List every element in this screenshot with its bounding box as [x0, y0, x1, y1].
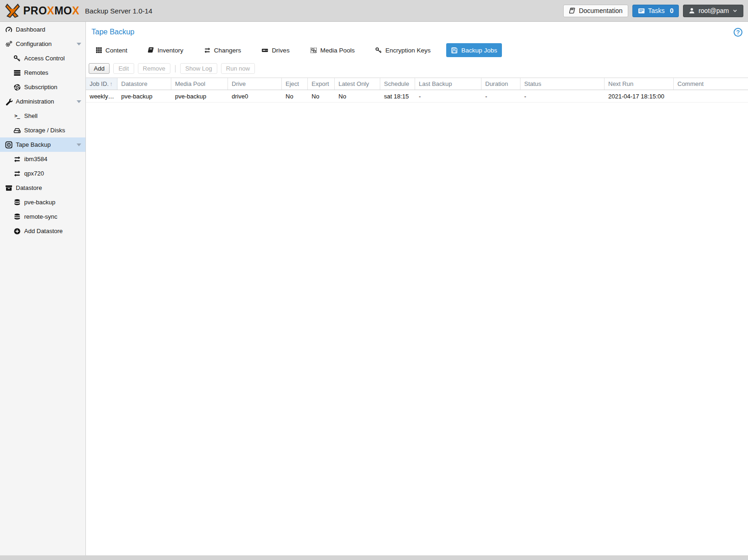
documentation-label: Documentation: [579, 7, 623, 14]
cell-duration: -: [481, 90, 520, 102]
page-title: Tape Backup: [91, 28, 135, 36]
tab-backup-jobs[interactable]: Backup Jobs: [446, 43, 501, 57]
column-header-eject[interactable]: Eject: [282, 78, 308, 90]
column-header-datastore[interactable]: Datastore: [117, 78, 171, 90]
user-menu-button[interactable]: root@pam: [683, 5, 743, 17]
tab-label: Drives: [272, 47, 289, 54]
column-header-media-pool[interactable]: Media Pool: [171, 78, 228, 90]
caret-down-icon[interactable]: [77, 100, 81, 103]
proxmox-logo-icon: [5, 3, 20, 18]
sidebar-item-datastore[interactable]: Datastore: [0, 181, 85, 195]
sidebar-item-tape-backup[interactable]: Tape Backup: [0, 137, 85, 152]
sidebar-item-label: Configuration: [16, 40, 52, 47]
sidebar-item-ibm3584[interactable]: ibm3584: [0, 152, 85, 166]
sidebar-item-label: Datastore: [16, 184, 42, 191]
tab-changers[interactable]: Changers: [199, 43, 246, 57]
column-header-comment[interactable]: Comment: [674, 78, 748, 90]
help-icon[interactable]: ?: [734, 28, 742, 37]
life-ring-icon: [13, 83, 21, 91]
terminal-icon: >_: [13, 112, 21, 120]
hdd-icon: [13, 126, 21, 134]
run-now-button[interactable]: Run now: [221, 63, 255, 74]
tasks-label: Tasks: [648, 7, 665, 14]
app-version-label: Backup Server 1.0-14: [85, 7, 152, 15]
column-header-next-run[interactable]: Next Run: [605, 78, 674, 90]
cell-status: -: [520, 90, 605, 102]
tab-encryption-keys[interactable]: Encryption Keys: [371, 43, 436, 57]
sidebar-item-pve-backup[interactable]: pve-backup: [0, 195, 85, 209]
column-header-job-id[interactable]: Job ID.↑: [86, 78, 117, 90]
sidebar: Dashboard Configuration Acces: [0, 22, 86, 555]
cell-eject: No: [282, 90, 308, 102]
book-icon: [569, 7, 576, 14]
column-header-duration[interactable]: Duration: [481, 78, 520, 90]
tab-label: Media Pools: [320, 47, 355, 54]
exchange-icon: [204, 47, 211, 54]
gauge-icon: [5, 26, 13, 33]
backup-jobs-table: Job ID.↑ Datastore Media Pool Drive Ejec…: [86, 78, 748, 103]
tab-content[interactable]: Content: [91, 43, 132, 57]
top-bar: PROXMOX Backup Server 1.0-14 Documentati…: [0, 0, 748, 22]
caret-down-icon[interactable]: [77, 43, 81, 46]
tab-drives[interactable]: Drives: [257, 43, 294, 57]
show-log-button[interactable]: Show Log: [180, 63, 217, 74]
caret-down-icon[interactable]: [77, 143, 81, 146]
sidebar-item-remote-sync[interactable]: remote-sync: [0, 209, 85, 224]
sidebar-item-administration[interactable]: Administration: [0, 94, 85, 109]
key-icon: [375, 47, 382, 54]
edit-button[interactable]: Edit: [113, 63, 134, 74]
add-button[interactable]: Add: [89, 63, 110, 74]
sidebar-item-configuration[interactable]: Configuration: [0, 37, 85, 51]
user-icon: [689, 7, 695, 14]
sidebar-item-label: Remotes: [24, 69, 48, 76]
plus-circle-icon: [13, 227, 21, 235]
database-icon: [13, 213, 21, 221]
database-icon: [13, 198, 21, 206]
tasks-button[interactable]: Tasks 0: [632, 5, 679, 17]
sidebar-item-qpx720[interactable]: qpx720: [0, 166, 85, 181]
tab-inventory[interactable]: Inventory: [143, 43, 188, 57]
toolbar-separator: [175, 65, 176, 72]
sidebar-item-remotes[interactable]: Remotes: [0, 65, 85, 80]
column-header-latest-only[interactable]: Latest Only: [335, 78, 380, 90]
sidebar-item-subscription[interactable]: Subscription: [0, 80, 85, 94]
sidebar-item-access-control[interactable]: Access Control: [0, 51, 85, 65]
table-row[interactable]: weekly… pve-backup pve-backup drive0 No …: [86, 90, 748, 103]
tasks-icon: [638, 7, 645, 14]
tab-label: Inventory: [157, 47, 183, 54]
tab-label: Backup Jobs: [461, 47, 497, 54]
table-header: Job ID.↑ Datastore Media Pool Drive Ejec…: [86, 78, 748, 90]
tab-label: Encryption Keys: [385, 47, 431, 54]
sidebar-item-shell[interactable]: >_ Shell: [0, 109, 85, 123]
cell-drive: drive0: [228, 90, 282, 102]
sidebar-item-label: qpx720: [24, 170, 44, 177]
toolbar: Add Edit Remove Show Log Run now: [86, 57, 748, 74]
user-label: root@pam: [698, 7, 729, 14]
cell-datastore: pve-backup: [117, 90, 171, 102]
server-icon: [13, 69, 21, 77]
gears-icon: [5, 40, 13, 48]
archive-icon: [5, 184, 13, 192]
sidebar-item-label: pve-backup: [24, 199, 55, 206]
column-header-schedule[interactable]: Schedule: [380, 78, 415, 90]
tape-icon: [5, 141, 13, 149]
column-header-drive[interactable]: Drive: [228, 78, 282, 90]
documentation-button[interactable]: Documentation: [563, 5, 628, 17]
cell-job-id: weekly…: [86, 90, 117, 102]
tab-media-pools[interactable]: Media Pools: [306, 43, 359, 57]
remove-button[interactable]: Remove: [138, 63, 170, 74]
book-icon: [148, 47, 154, 53]
sidebar-item-storage-disks[interactable]: Storage / Disks: [0, 123, 85, 137]
sidebar-item-label: Tape Backup: [16, 141, 51, 148]
sidebar-item-label: Shell: [24, 112, 38, 119]
sidebar-item-add-datastore[interactable]: Add Datastore: [0, 224, 85, 238]
tab-label: Content: [105, 47, 127, 54]
sidebar-item-dashboard[interactable]: Dashboard: [0, 22, 85, 37]
exchange-icon: [13, 155, 21, 163]
column-header-status[interactable]: Status: [520, 78, 605, 90]
wrench-icon: [5, 98, 13, 105]
sidebar-item-label: remote-sync: [24, 213, 58, 220]
column-header-export[interactable]: Export: [308, 78, 335, 90]
column-header-last-backup[interactable]: Last Backup: [415, 78, 481, 90]
cell-schedule: sat 18:15: [380, 90, 415, 102]
